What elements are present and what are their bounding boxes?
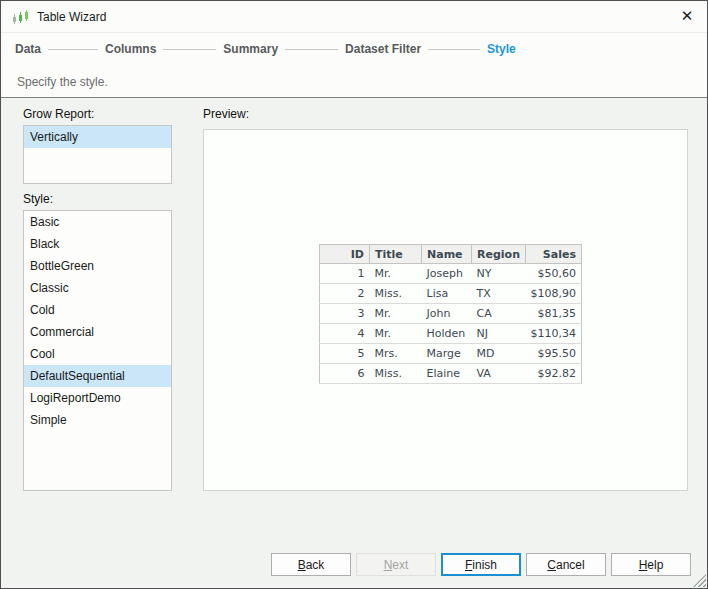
resize-grip[interactable]	[693, 574, 706, 587]
grow-report-label: Grow Report:	[23, 107, 94, 121]
table-row: 2 Miss. Lisa TX $108,90	[320, 284, 582, 304]
step-connector	[428, 49, 480, 50]
header-region: Region	[472, 245, 526, 264]
cell-name: John	[422, 304, 472, 324]
cell-id: 6	[320, 364, 370, 384]
cell-sales: $92.82	[525, 364, 581, 384]
grow-report-listbox: Vertically	[23, 125, 172, 184]
help-button-label: Help	[639, 558, 664, 572]
grow-report-option-vertically[interactable]: Vertically	[24, 126, 171, 148]
table-row: 4 Mr. Holden NJ $110,34	[320, 324, 582, 344]
next-button-label: Next	[384, 558, 409, 572]
step-style[interactable]: Style	[487, 42, 516, 56]
table-row: 1 Mr. Joseph NY $50,60	[320, 264, 582, 284]
cell-id: 2	[320, 284, 370, 304]
step-dataset-filter[interactable]: Dataset Filter	[345, 42, 421, 56]
back-button-label: Back	[298, 558, 325, 572]
cell-title: Mr.	[370, 324, 422, 344]
cell-region: TX	[472, 284, 526, 304]
cell-name: Lisa	[422, 284, 472, 304]
app-chart-icon	[12, 9, 30, 26]
cell-name: Holden	[422, 324, 472, 344]
cell-id: 4	[320, 324, 370, 344]
style-label: Style:	[23, 192, 53, 206]
cell-region: NY	[472, 264, 526, 284]
style-option-simple[interactable]: Simple	[24, 409, 171, 431]
header-id: ID	[320, 245, 370, 264]
step-summary[interactable]: Summary	[223, 42, 278, 56]
cell-sales: $110,34	[525, 324, 581, 344]
cell-title: Mr.	[370, 304, 422, 324]
cell-title: Mrs.	[370, 344, 422, 364]
cell-id: 3	[320, 304, 370, 324]
header-title: Title	[370, 245, 422, 264]
table-row: 5 Mrs. Marge MD $95.50	[320, 344, 582, 364]
step-data[interactable]: Data	[15, 42, 41, 56]
style-option-cool[interactable]: Cool	[24, 343, 171, 365]
style-listbox: Basic Black BottleGreen Classic Cold Com…	[23, 210, 172, 491]
style-option-bottlegreen[interactable]: BottleGreen	[24, 255, 171, 277]
cell-region: CA	[472, 304, 526, 324]
cell-region: NJ	[472, 324, 526, 344]
style-option-black[interactable]: Black	[24, 233, 171, 255]
cell-region: VA	[472, 364, 526, 384]
finish-button[interactable]: Finish	[441, 553, 521, 576]
window-title: Table Wizard	[37, 10, 106, 24]
cancel-button-label: Cancel	[547, 558, 584, 572]
step-columns[interactable]: Columns	[105, 42, 156, 56]
cell-title: Miss.	[370, 364, 422, 384]
cell-name: Joseph	[422, 264, 472, 284]
preview-area: ID Title Name Region Sales 1 Mr. Joseph …	[203, 129, 688, 491]
cell-name: Elaine	[422, 364, 472, 384]
table-row: 6 Miss. Elaine VA $92.82	[320, 364, 582, 384]
step-connector	[163, 49, 216, 50]
cell-region: MD	[472, 344, 526, 364]
cell-name: Marge	[422, 344, 472, 364]
cell-title: Miss.	[370, 284, 422, 304]
header-sales: Sales	[525, 245, 581, 264]
cell-sales: $81,35	[525, 304, 581, 324]
next-button: Next	[356, 553, 436, 576]
style-option-classic[interactable]: Classic	[24, 277, 171, 299]
style-option-commercial[interactable]: Commercial	[24, 321, 171, 343]
cancel-button[interactable]: Cancel	[526, 553, 606, 576]
style-option-basic[interactable]: Basic	[24, 211, 171, 233]
back-button[interactable]: Back	[271, 553, 351, 576]
table-row: 3 Mr. John CA $81,35	[320, 304, 582, 324]
preview-table: ID Title Name Region Sales 1 Mr. Joseph …	[319, 244, 582, 384]
cell-title: Mr.	[370, 264, 422, 284]
style-option-defaultsequential[interactable]: DefaultSequential	[24, 365, 171, 387]
cell-sales: $108,90	[525, 284, 581, 304]
cell-id: 5	[320, 344, 370, 364]
step-connector	[285, 49, 338, 50]
header-name: Name	[422, 245, 472, 264]
dialog-header: Table Wizard ✕ Data Columns Summary Data…	[1, 1, 707, 98]
style-option-cold[interactable]: Cold	[24, 299, 171, 321]
step-description: Specify the style.	[17, 75, 108, 89]
wizard-steps: Data Columns Summary Dataset Filter Styl…	[15, 42, 516, 56]
table-wizard-dialog: Table Wizard ✕ Data Columns Summary Data…	[0, 0, 708, 589]
step-connector	[48, 49, 98, 50]
cell-sales: $50,60	[525, 264, 581, 284]
table-header-row: ID Title Name Region Sales	[320, 245, 582, 264]
title-bar: Table Wizard ✕	[1, 1, 707, 33]
preview-label: Preview:	[203, 107, 249, 121]
finish-button-label: Finish	[465, 558, 497, 572]
cell-sales: $95.50	[525, 344, 581, 364]
close-icon[interactable]: ✕	[669, 1, 705, 31]
cell-id: 1	[320, 264, 370, 284]
style-option-logireportdemo[interactable]: LogiReportDemo	[24, 387, 171, 409]
help-button[interactable]: Help	[611, 553, 691, 576]
